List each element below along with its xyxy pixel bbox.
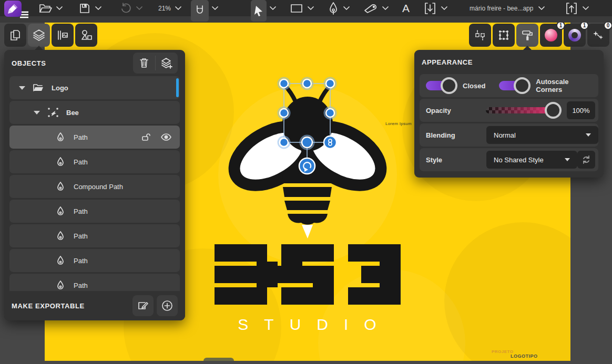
multi-tool-chevron[interactable] [382, 0, 389, 16]
document-title[interactable]: mário freire - bee...app [470, 0, 533, 16]
autoscale-corners-toggle[interactable] [499, 77, 531, 95]
object-row-path[interactable]: Path [9, 249, 180, 272]
lock-open-icon[interactable] [141, 132, 150, 142]
caption-logotipo: LOGOTIPO [511, 353, 538, 359]
delete-object-button[interactable] [133, 53, 155, 74]
object-row-path[interactable]: Path [9, 200, 180, 223]
object-row-path[interactable]: Path [9, 150, 180, 173]
make-exportable-label: MAKE EXPORTABLE [12, 302, 85, 310]
object-row-logo[interactable]: Logo [9, 76, 180, 99]
tab-stroke[interactable]: 1 [564, 24, 586, 47]
undo-chevron[interactable] [136, 0, 142, 16]
style-row: Style No Shared Style [420, 148, 598, 171]
collapse-caret-icon[interactable] [19, 86, 25, 90]
tab-layers[interactable] [28, 24, 50, 47]
shape-tool-chevron[interactable] [308, 0, 314, 16]
style-dropdown[interactable]: No Shared Style [486, 151, 577, 169]
stroke-color-icon [568, 29, 581, 41]
zoom-level[interactable]: 21% [158, 0, 171, 16]
opacity-label: Opacity [426, 107, 451, 115]
text-tool-button[interactable]: A [402, 0, 410, 16]
blending-dropdown[interactable]: Normal [486, 126, 598, 144]
closed-toggle-label: Closed [463, 82, 485, 90]
object-row-path[interactable]: Path [9, 224, 180, 247]
appearance-panel: APPEARANCE Closed Autoscale Corners Opac… [414, 50, 604, 178]
export-edit-button[interactable] [132, 295, 154, 316]
tab-pages[interactable] [4, 24, 26, 47]
chevron-down-icon [586, 133, 591, 137]
app-window: Lorem Ipsum STUDIO PROJETO LOGOTIPO [0, 0, 612, 364]
zoom-chevron[interactable] [175, 0, 181, 16]
tab-effects[interactable]: 0 [587, 24, 609, 47]
objects-panel: OBJECTS Logo Bee Path [4, 50, 185, 320]
tab-gallery[interactable] [52, 24, 74, 47]
blending-row: Blending Normal [420, 123, 598, 147]
pen-tool-button[interactable] [329, 0, 338, 16]
appearance-panel-title: APPEARANCE [422, 58, 473, 66]
import-button[interactable] [423, 0, 437, 16]
open-file-chevron[interactable] [56, 0, 63, 16]
snapping-chevron[interactable] [212, 0, 218, 16]
rotate-handle[interactable] [299, 158, 315, 174]
collapse-caret-icon[interactable] [34, 111, 40, 115]
visibility-icon[interactable] [161, 133, 171, 141]
objects-panel-title: OBJECTS [12, 59, 46, 67]
selected-indicator [176, 78, 179, 97]
add-layer-button[interactable] [156, 53, 178, 74]
fill-color-icon [545, 29, 557, 41]
autoscale-corners-label: Autoscale Corners [536, 78, 592, 93]
open-file-button[interactable] [38, 0, 53, 16]
snapping-button[interactable] [191, 0, 209, 22]
import-chevron[interactable] [441, 0, 447, 16]
canvas-bottom-widget[interactable] [203, 358, 234, 361]
chevron-down-icon [565, 158, 570, 161]
corner-radius-handle[interactable] [324, 136, 336, 149]
studio-text: STUDIO [202, 316, 413, 334]
tab-arrange[interactable] [469, 24, 491, 47]
move-tool-button[interactable] [251, 0, 267, 22]
tab-fill[interactable]: 1 [540, 24, 562, 47]
tab-nodes[interactable] [493, 24, 515, 47]
undo-button[interactable] [119, 0, 132, 16]
save-chevron[interactable] [95, 0, 101, 16]
sync-style-button[interactable] [577, 151, 595, 169]
object-row-path-selected[interactable]: Path [9, 126, 180, 149]
tab-shapes[interactable] [75, 24, 97, 47]
style-label: Style [426, 156, 442, 164]
path-options-row: Closed Autoscale Corners [420, 74, 598, 97]
opacity-row: Opacity 100% [420, 99, 598, 122]
app-logo-icon [4, 1, 22, 17]
closed-toggle[interactable] [426, 77, 457, 95]
multi-tool-button[interactable] [363, 0, 378, 16]
shape-tool-button[interactable] [290, 0, 303, 16]
object-row-bee[interactable]: Bee [9, 101, 180, 124]
pen-tool-chevron[interactable] [343, 0, 350, 16]
opacity-slider[interactable] [486, 107, 553, 113]
move-tool-chevron[interactable] [270, 0, 276, 16]
document-title-chevron[interactable] [538, 0, 545, 16]
tab-appearance[interactable] [516, 24, 538, 47]
placeholder-text: Lorem Ipsum [385, 121, 412, 126]
app-logo-button[interactable] [4, 0, 22, 16]
main-toolbar: 21% [0, 0, 612, 23]
export-button[interactable] [565, 0, 578, 16]
opacity-slider-knob[interactable] [545, 102, 562, 119]
add-export-button[interactable] [157, 295, 178, 316]
bee-wordmark [215, 244, 401, 305]
blending-label: Blending [426, 131, 455, 139]
object-row-compound-path[interactable]: Compound Path [9, 175, 180, 198]
opacity-value[interactable]: 100% [567, 101, 595, 119]
export-chevron[interactable] [583, 0, 589, 16]
save-button[interactable] [78, 0, 91, 16]
